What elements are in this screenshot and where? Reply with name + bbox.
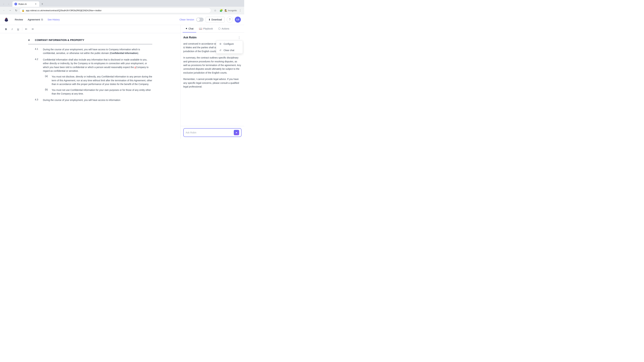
doc-title: Agreement ⧉ xyxy=(28,18,43,21)
subsection-4-1-number: 4.1 xyxy=(35,48,40,55)
clear-chat-label: Clear chat xyxy=(224,49,234,52)
italic-btn[interactable]: I xyxy=(10,26,15,32)
highlight-e: e xyxy=(134,66,136,68)
confidential-info-bold: Confidential Information xyxy=(110,52,138,54)
refresh-btn[interactable]: ↻ xyxy=(14,8,19,13)
sub-list-text-b: You must not use Confidential Informatio… xyxy=(52,88,152,96)
subsection-4-1: 4.1 During the course of your employment… xyxy=(28,48,152,55)
section-4: 4 COMPANY INFORMATION & PROPERTY 4.1 Dur… xyxy=(28,38,152,102)
download-icon: ⬇ xyxy=(208,18,210,21)
sub-list-item-b: (b) You must not use Confidential Inform… xyxy=(45,88,152,96)
svg-point-2 xyxy=(5,18,6,19)
incognito-indicator: 🕵 Incognito xyxy=(224,9,237,12)
menu-btn[interactable]: ⋮ xyxy=(238,8,243,13)
section-title: COMPANY INFORMATION & PROPERTY xyxy=(35,38,84,41)
svg-point-3 xyxy=(7,18,7,19)
url-text: app.robinai.co.uk/review/contract/Q29udH… xyxy=(26,9,209,12)
tab-favicon: R xyxy=(14,3,17,5)
download-btn[interactable]: ⬇ Download xyxy=(206,17,225,22)
subsection-4-1-text: During the course of your employment, yo… xyxy=(43,48,152,55)
clean-version-label: Clean Version xyxy=(180,18,194,21)
right-panel: ✦ Chat 📖 Playbook ⬡ Actions Ask Robin ⋮ … xyxy=(180,25,244,139)
browser-back-btn[interactable]: ‹ xyxy=(1,2,6,6)
see-history-btn[interactable]: See History xyxy=(46,17,61,22)
dropdown-menu: ⚙ Configure ↺ Clear chat xyxy=(216,40,243,54)
chat-message-2: In summary, the contract outlines specif… xyxy=(183,56,242,75)
editor-area[interactable]: B I U ⇤ ⇥ 4 COMPANY INFORMATION & PROPER… xyxy=(0,25,180,139)
indent-right-btn[interactable]: ⇥ xyxy=(30,26,35,32)
subsection-4-3: 4.3 During the course of your employment… xyxy=(28,98,152,102)
subsection-4-1-header: 4.1 During the course of your employment… xyxy=(35,48,152,55)
sub-list-item-a: (a) You must not disclose, directly or i… xyxy=(45,75,152,86)
app-header: Review Agreement ⧉ See History Clean Ver… xyxy=(0,14,244,25)
tab-playbook[interactable]: 📖 Playbook xyxy=(196,25,216,32)
forward-btn[interactable]: → xyxy=(8,8,13,13)
subsection-4-2-header: 4.2 Confidential Information shall also … xyxy=(35,58,152,73)
section-divider xyxy=(28,44,152,44)
ask-robin-header: Ask Robin ⋮ xyxy=(183,35,242,40)
subsection-4-2-number: 4.2 xyxy=(35,58,40,73)
toolbar: B I U ⇤ ⇥ xyxy=(0,25,180,33)
chat-input-area: ➤ xyxy=(180,126,244,139)
send-btn[interactable]: ➤ xyxy=(234,130,239,135)
incognito-icon: 🕵 xyxy=(224,9,227,12)
bookmark-btn[interactable]: ☆ xyxy=(212,8,218,13)
doc-title-text: Agreement xyxy=(28,18,40,21)
tab-close-btn[interactable]: ✕ xyxy=(34,2,37,5)
back-btn[interactable]: ← xyxy=(1,8,7,13)
dropdown-clear-chat[interactable]: ↺ Clear chat xyxy=(216,47,243,53)
new-tab-btn[interactable]: + xyxy=(40,2,44,6)
clean-version-toggle[interactable] xyxy=(196,17,204,22)
subsection-4-2: 4.2 Confidential Information shall also … xyxy=(28,58,152,96)
sub-list-text-a: You must not disclose, directly or indir… xyxy=(52,75,152,86)
panel-tabs: ✦ Chat 📖 Playbook ⬡ Actions xyxy=(180,25,244,32)
active-tab[interactable]: R Robin AI ✕ xyxy=(12,1,39,7)
indent-left-btn[interactable]: ⇤ xyxy=(24,26,29,32)
tab-chat[interactable]: ✦ Chat xyxy=(183,25,196,32)
incognito-label: Incognito xyxy=(228,9,237,12)
chat-input-wrapper: ➤ xyxy=(183,128,242,137)
chat-message-2-text: In summary, the contract outlines specif… xyxy=(183,56,241,74)
extensions-btn[interactable]: 🧩 xyxy=(218,8,224,13)
download-label: Download xyxy=(212,18,222,21)
dropdown-configure[interactable]: ⚙ Configure xyxy=(216,41,243,47)
sub-list-4-2: (a) You must not disclose, directly or i… xyxy=(35,75,152,95)
section-number: 4 xyxy=(28,38,32,41)
copy-icon: ⧉ xyxy=(41,18,43,21)
robin-bird-icon xyxy=(3,16,10,23)
send-icon: ➤ xyxy=(236,131,238,134)
subsection-4-3-number: 4.3 xyxy=(35,98,40,102)
nav-review[interactable]: Review xyxy=(14,17,24,22)
subsection-4-3-text: During the course of your employment, yo… xyxy=(43,98,120,102)
tab-actions[interactable]: ⬡ Actions xyxy=(216,25,232,32)
help-btn[interactable]: ? xyxy=(227,16,233,23)
chat-message-3-text: Remember, I cannot provide legal advice.… xyxy=(183,78,239,88)
chat-message-3: Remember, I cannot provide legal advice.… xyxy=(183,77,242,88)
chat-icon: ✦ xyxy=(185,27,188,30)
sub-list-label-b: (b) xyxy=(45,88,49,96)
browser-actions: ☆ 🧩 🕵 Incognito ⋮ xyxy=(212,8,243,13)
more-options-btn[interactable]: ⋮ xyxy=(237,35,242,40)
subsection-4-3-header: 4.3 During the course of your employment… xyxy=(35,98,152,102)
header-right: Clean Version ⬇ Download ? LD xyxy=(180,16,241,23)
address-bar: ← → ↻ 🔒 app.robinai.co.uk/review/contrac… xyxy=(0,7,244,14)
header-nav: Review Agreement ⧉ See History xyxy=(14,17,61,22)
chat-input[interactable] xyxy=(186,131,232,134)
main-layout: B I U ⇤ ⇥ 4 COMPANY INFORMATION & PROPER… xyxy=(0,25,244,139)
bold-btn[interactable]: B xyxy=(3,26,9,32)
lock-icon: 🔒 xyxy=(22,9,24,12)
document-content: 4 COMPANY INFORMATION & PROPERTY 4.1 Dur… xyxy=(15,33,166,111)
browser-forward-btn[interactable]: › xyxy=(6,2,11,6)
svg-point-1 xyxy=(5,18,8,20)
configure-label: Configure xyxy=(224,42,234,45)
underline-btn[interactable]: U xyxy=(16,26,21,32)
avatar-btn[interactable]: LD xyxy=(235,16,241,23)
sub-list-label-a: (a) xyxy=(45,75,49,86)
browser-chrome: ‹ › R Robin AI ✕ + ← → ↻ 🔒 app.robinai.c… xyxy=(0,0,244,14)
browser-nav-group: ‹ › xyxy=(1,2,11,6)
ask-robin-title: Ask Robin xyxy=(183,36,196,39)
clear-chat-icon: ↺ xyxy=(219,49,222,52)
subsection-4-2-text: Confidential Information shall also incl… xyxy=(43,58,152,73)
url-bar[interactable]: 🔒 app.robinai.co.uk/review/contract/Q29u… xyxy=(20,8,211,13)
toggle-knob xyxy=(196,18,200,21)
